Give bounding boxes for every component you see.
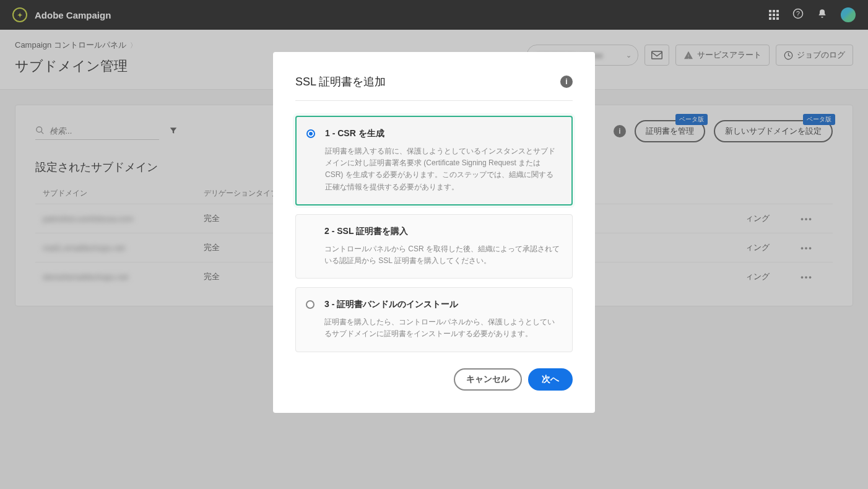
step-title: 3 - 証明書バンドルのインストール xyxy=(324,299,560,310)
modal-overlay: SSL 証明書を追加 i 1 - CSR を生成 証明書を購入する前に、保護しよ… xyxy=(0,0,868,489)
ssl-modal: SSL 証明書を追加 i 1 - CSR を生成 証明書を購入する前に、保護しよ… xyxy=(273,52,595,413)
radio-icon xyxy=(306,129,315,138)
radio-icon xyxy=(306,300,315,309)
step-title: 1 - CSR を生成 xyxy=(325,128,559,139)
info-icon[interactable]: i xyxy=(560,76,573,88)
step-desc: コントロールパネルから CSR を取得した後、組織によって承認されている認証局か… xyxy=(324,243,560,267)
step-install-bundle[interactable]: 3 - 証明書バンドルのインストール 証明書を購入したら、コントロールパネルから… xyxy=(295,287,573,352)
modal-title: SSL 証明書を追加 xyxy=(295,74,386,89)
step-title: 2 - SSL 証明書を購入 xyxy=(324,226,560,237)
step-desc: 証明書を購入する前に、保護しようとしているインスタンスとサブドメインに対し証明書… xyxy=(325,145,559,193)
next-button[interactable]: 次へ xyxy=(528,368,573,391)
cancel-button[interactable]: キャンセル xyxy=(454,368,522,391)
step-generate-csr[interactable]: 1 - CSR を生成 証明書を購入する前に、保護しようとしているインスタンスと… xyxy=(295,116,573,206)
step-desc: 証明書を購入したら、コントロールパネルから、保護しようとしているサブドメインに証… xyxy=(324,316,560,340)
step-purchase-ssl[interactable]: 2 - SSL 証明書を購入 コントロールパネルから CSR を取得した後、組織… xyxy=(295,214,573,279)
